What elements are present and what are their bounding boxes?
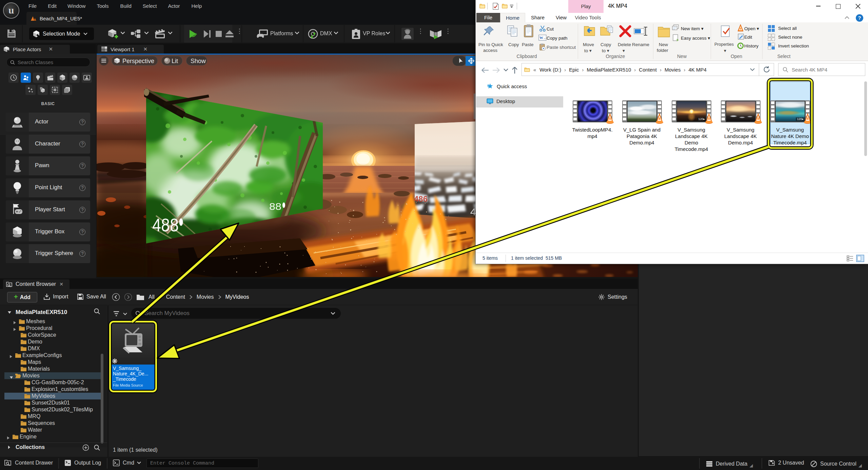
svg-text:Perspective: Perspective <box>122 58 154 64</box>
svg-text:W: W <box>539 36 543 40</box>
svg-text:Lit: Lit <box>172 58 178 64</box>
svg-text:Show: Show <box>191 58 206 64</box>
svg-text:88: 88 <box>269 201 281 212</box>
svg-text:486: 486 <box>414 194 428 203</box>
svg-text:488: 488 <box>152 215 179 235</box>
